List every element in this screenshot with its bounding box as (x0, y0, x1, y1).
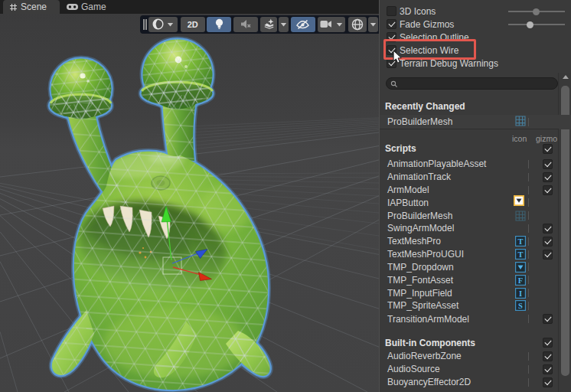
svg-text:T: T (517, 237, 523, 246)
svg-text:F: F (518, 276, 523, 284)
svg-text:I: I (519, 289, 522, 297)
svg-text:S: S (518, 302, 523, 310)
svg-text:T: T (517, 250, 523, 259)
